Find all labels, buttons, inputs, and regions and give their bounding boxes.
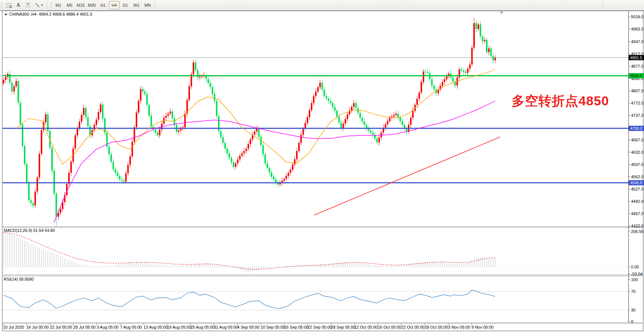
macd-axis-label: 0.00 <box>631 265 639 269</box>
time-axis-label: 19 Aug 05:00 <box>167 325 191 329</box>
price-box-label: 4545.0 <box>630 181 642 185</box>
price-box: 4545.0 <box>629 180 644 185</box>
time-axis-label: 22 Jul 05:00 <box>50 325 72 329</box>
chart-ohlc-values: 4894.2 4908.6 4886.4 4901.5 <box>39 12 92 16</box>
time-axis-label: 16 Sep 05:00 <box>284 325 308 329</box>
time-axis-label: 28 Jul 05:00 <box>73 325 96 329</box>
price-axis-label: 4807.0 <box>631 89 644 93</box>
price-box: 4850.0 <box>629 73 644 78</box>
price-axis-label: 5018.0 <box>631 15 644 19</box>
price-box: 4700.0 <box>629 126 644 131</box>
time-axis-label: 7 Aug 05:00 <box>120 325 142 329</box>
time-axis-label: 28 Oct 05:00 <box>425 325 448 329</box>
annotation-text: 多空转折点4850 <box>512 92 609 110</box>
chart-symbol-period: CHINA300-,H4 <box>9 12 36 16</box>
chart-window-background <box>2 11 643 331</box>
time-axis-label: 3 Nov 05:00 <box>448 325 470 329</box>
time-axis-label: 16 Oct 05:00 <box>378 325 401 329</box>
chart-title: CHINA300-,H44894.2 4908.6 4886.4 4901.5 <box>4 12 94 16</box>
price-axis-label: 4422.0 <box>631 224 644 228</box>
trading-terminal: F A T M1M5M15M30H1H4D1W1MN CHINA300-,H44… <box>0 0 644 332</box>
rsi-axis-label: 70 <box>631 289 635 294</box>
price-axis-label: 4947.0 <box>631 39 644 44</box>
time-axis-label: 9 Nov 05:00 <box>471 325 493 329</box>
price-box-label: 4850.0 <box>630 73 642 78</box>
macd-axis-label: -53.04 <box>631 272 643 276</box>
price-axis-label: 4737.0 <box>631 113 644 118</box>
price-axis-label: 4527.0 <box>631 187 644 191</box>
price-axis-label: 4632.0 <box>631 150 644 154</box>
macd-axis-label: 206.56 <box>631 229 644 234</box>
price-axis-label: 4597.0 <box>631 162 644 167</box>
rsi-axis-label: 100 <box>631 277 638 282</box>
price-axis-label: 4772.0 <box>631 101 644 105</box>
chart-canvas[interactable]: 5018.04983.04947.04912.04877.04842.04807… <box>0 0 644 332</box>
time-axis-label: 31 Aug 05:00 <box>214 325 238 329</box>
price-box: 4901.5 <box>629 55 644 60</box>
time-axis-label: 4 Sep 05:00 <box>237 325 259 329</box>
time-axis-label: 22 Sep 05:00 <box>307 325 332 329</box>
rsi-axis-label: 0 <box>631 319 633 324</box>
price-axis-label: 4457.0 <box>631 211 644 216</box>
macd-indicator-label: MACD(12,26,9) 51.54 54.80 <box>4 228 55 233</box>
time-axis-label: 25 Aug 05:00 <box>190 325 215 329</box>
rsi-indicator-label: RSI(14) 58.6580 <box>4 277 34 281</box>
price-axis-label: 4983.0 <box>631 27 644 31</box>
price-axis-label: 4562.0 <box>631 175 644 179</box>
price-axis-label: 4492.0 <box>631 199 644 204</box>
time-axis-label: 3 Aug 05:00 <box>97 325 119 329</box>
price-axis-label: 4877.0 <box>631 64 644 68</box>
time-axis-label: 12 Oct 05:00 <box>354 325 378 329</box>
time-axis-label: 22 Oct 05:00 <box>401 325 425 329</box>
time-axis-label: 16 Jul 05:00 <box>26 325 49 329</box>
time-axis-label: 10 Jul 2020 <box>3 325 24 329</box>
time-axis-label: 13 Aug 05:00 <box>144 325 168 329</box>
price-axis-label: 4667.0 <box>631 138 644 142</box>
rsi-axis-label: 30 <box>631 308 635 312</box>
time-axis-label: 10 Sep 05:00 <box>261 325 285 329</box>
collapse-triangle-icon[interactable] <box>4 14 7 16</box>
price-box-label: 4901.5 <box>630 55 642 60</box>
price-box-label: 4700.0 <box>630 126 642 131</box>
time-axis-label: 28 Sep 05:00 <box>331 325 355 329</box>
